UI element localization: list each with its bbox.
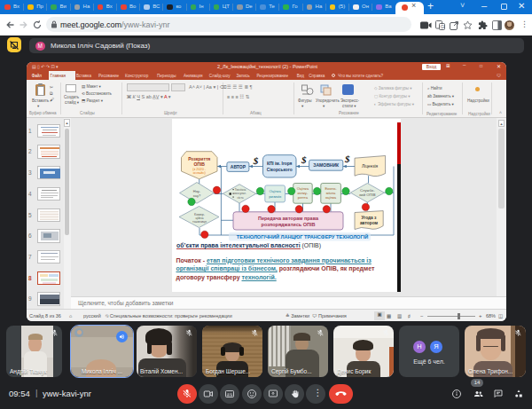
svg-text:онлайн): онлайн): [193, 171, 207, 175]
svg-text:хау?: хау?: [193, 193, 201, 198]
svg-text:ЗАМОВНИК: ЗАМОВНИК: [313, 162, 340, 168]
svg-text:ність: ність: [237, 196, 244, 200]
svg-text:рента: рента: [298, 195, 309, 200]
svg-text:КПІ ім. Ігоря: КПІ ім. Ігоря: [267, 161, 293, 166]
svg-text:Угода з: Угода з: [361, 216, 377, 220]
svg-text:таємниця: таємниця: [192, 220, 207, 224]
svg-text:автором: автором: [360, 221, 379, 225]
svg-text:оцінка: оцінка: [325, 195, 337, 200]
svg-text:розпоряджатись ОПІВ: розпоряджатись ОПІВ: [262, 222, 316, 227]
svg-text:АВТОР: АВТОР: [231, 164, 246, 169]
svg-text:вий ОПІВ: вий ОПІВ: [359, 193, 375, 197]
svg-text:$: $: [301, 154, 307, 165]
svg-text:ризиків: ризиків: [269, 194, 282, 199]
svg-text:ОПІВ: ОПІВ: [193, 161, 205, 167]
svg-text:Оцінка: Оцінка: [270, 189, 282, 193]
svg-text:Ліцензія: Ліцензія: [362, 164, 378, 169]
svg-text:$: $: [344, 153, 350, 164]
svg-text:$: $: [253, 155, 259, 166]
svg-text:Передача авторам права: Передача авторам права: [258, 216, 319, 221]
svg-text:Сікорського: Сікорського: [267, 168, 293, 172]
svg-text:ТЕХНОЛОГІЧНИЙ ЛАНЦЮГ ТРАНСФЕРУ: ТЕХНОЛОГІЧНИЙ ЛАНЦЮГ ТРАНСФЕРУ ТЕХНОЛОГІ…: [237, 233, 368, 240]
svg-text:G: G: [441, 24, 444, 29]
